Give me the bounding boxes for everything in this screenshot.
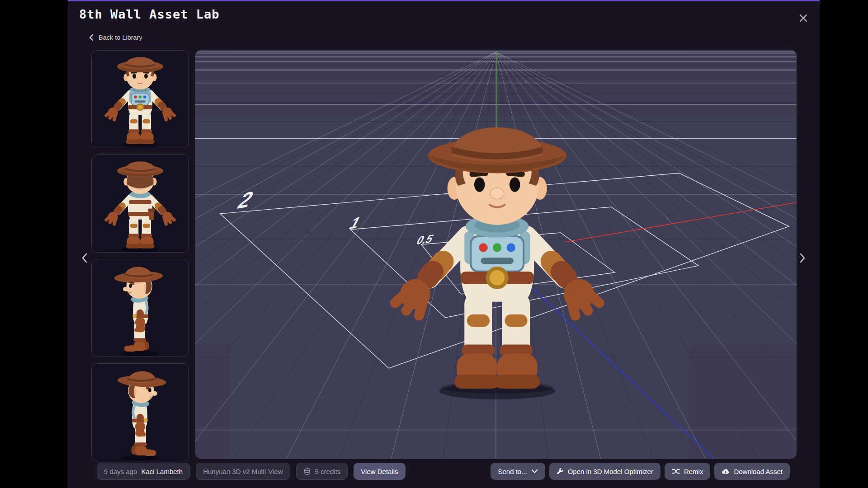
download-asset-button[interactable]: Download Asset bbox=[714, 463, 790, 480]
page-title: 8th Wall Asset Lab bbox=[79, 7, 220, 21]
asset-lab-modal: 8th Wall Asset Lab Back to Library bbox=[68, 0, 820, 488]
scale-label-0-5: 0.5 bbox=[414, 232, 436, 247]
open-optimizer-label: Open in 3D Model Optimizer bbox=[568, 468, 653, 475]
credits-pill: 5 credits bbox=[296, 463, 348, 480]
viewport-canvas: 2 1 0.5 bbox=[195, 50, 797, 459]
scale-label-1: 1 bbox=[346, 213, 364, 232]
thumbnail-right-side-view[interactable] bbox=[91, 363, 189, 461]
view-details-button[interactable]: View Details bbox=[354, 463, 405, 480]
cloud-download-icon bbox=[722, 468, 730, 475]
asset-author: Kaci Lambeth bbox=[141, 468, 183, 475]
credits-count: 5 credits bbox=[315, 468, 341, 475]
thumbnail-back-art bbox=[92, 155, 189, 252]
chevron-left-icon bbox=[89, 34, 94, 41]
back-to-library-link[interactable]: Back to Library bbox=[89, 34, 142, 41]
carousel-prev-button[interactable] bbox=[80, 251, 90, 265]
3d-viewport[interactable]: 2 1 0.5 bbox=[195, 50, 797, 459]
send-to-button[interactable]: Send to... bbox=[491, 463, 545, 480]
shuffle-icon bbox=[672, 468, 680, 475]
model-pill: Hunyuan 3D v2 Multi-View bbox=[196, 463, 290, 480]
remix-button[interactable]: Remix bbox=[665, 463, 711, 480]
scale-label-2: 2 bbox=[234, 186, 258, 214]
back-label: Back to Library bbox=[99, 34, 142, 41]
model-cowboy-astronaut bbox=[395, 127, 599, 399]
asset-meta-pill: 9 days ago Kaci Lambeth bbox=[97, 463, 190, 480]
thumbnail-left-art bbox=[92, 259, 189, 357]
open-optimizer-button[interactable]: Open in 3D Model Optimizer bbox=[549, 463, 660, 480]
close-icon bbox=[799, 14, 808, 23]
remix-label: Remix bbox=[684, 468, 703, 475]
credits-coin-stack-icon bbox=[303, 468, 311, 475]
chevron-left-icon bbox=[81, 253, 88, 263]
send-to-label: Send to... bbox=[498, 468, 527, 475]
thumbnail-front-view[interactable] bbox=[91, 50, 189, 148]
download-asset-label: Download Asset bbox=[734, 468, 783, 475]
carousel-next-button[interactable] bbox=[797, 251, 807, 265]
view-details-label: View Details bbox=[361, 468, 398, 475]
footer-meta-group: 9 days ago Kaci Lambeth Hunyuan 3D v2 Mu… bbox=[97, 463, 406, 480]
thumbnail-left-side-view[interactable] bbox=[91, 259, 189, 357]
thumbnail-front-art bbox=[92, 51, 189, 148]
thumbnail-right-art bbox=[92, 364, 189, 461]
asset-age: 9 days ago bbox=[104, 468, 137, 475]
model-name: Hunyuan 3D v2 Multi-View bbox=[203, 468, 283, 475]
thumbnail-rail bbox=[91, 50, 189, 461]
close-button[interactable] bbox=[797, 11, 810, 25]
footer-actions-group: Send to... Open in 3D Model Optimizer R bbox=[491, 463, 790, 480]
wrench-icon bbox=[557, 468, 564, 475]
thumbnail-back-view[interactable] bbox=[91, 155, 189, 253]
chevron-right-icon bbox=[799, 253, 806, 263]
chevron-down-icon bbox=[531, 469, 538, 474]
